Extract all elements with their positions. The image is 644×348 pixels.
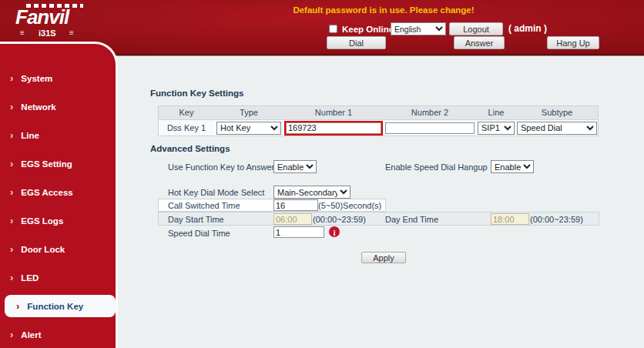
dss-key-label: Dss Key 1 xyxy=(159,120,214,136)
apply-button[interactable]: Apply xyxy=(361,252,406,263)
chevron-right-icon: › xyxy=(10,244,13,254)
sidebar-item-egs-setting[interactable]: › EGS Setting xyxy=(0,149,116,178)
advanced-settings-title: Advanced Settings xyxy=(150,144,230,153)
chevron-right-icon: › xyxy=(10,187,13,197)
table-row: Dss Key 1 Hot Key SIP1 Speed Dial xyxy=(159,120,598,136)
speed-dial-warning-icon: ¡ xyxy=(329,226,340,237)
sidebar-nav: › System › Network › Line › EGS Setting … xyxy=(0,42,118,348)
sidebar-item-label: Alert xyxy=(21,330,41,340)
sidebar-item-label: System xyxy=(21,74,52,83)
hot-key-dial-mode-label: Hot Key Dial Mode Select xyxy=(168,188,264,197)
sidebar-item-door-lock[interactable]: › Door Lock xyxy=(0,235,116,263)
keep-online-label: Keep Online xyxy=(342,25,394,34)
sidebar-item-egs-logs[interactable]: › EGS Logs xyxy=(0,206,116,235)
enable-speed-dial-hangup-label: Enable Speed Dial Hangup xyxy=(385,162,488,172)
sidebar-item-label: EGS Access xyxy=(21,188,72,197)
language-select[interactable]: English xyxy=(391,22,446,35)
column-header-number1: Number 1 xyxy=(283,106,384,119)
function-key-table-header: Key Type Number 1 Number 2 Line Subtype xyxy=(159,106,598,120)
sidebar-item-label: Line xyxy=(21,131,39,140)
hamburger-icon: ≡ xyxy=(20,28,25,37)
logo-brand-text: Fanvil xyxy=(15,5,69,29)
chevron-right-icon: › xyxy=(10,159,13,169)
call-switched-time-input[interactable] xyxy=(273,199,318,211)
logo-model-text: i31S xyxy=(39,28,56,38)
hot-key-dial-mode-select[interactable]: Main-Secondary xyxy=(273,186,351,199)
default-password-warning: Default password is in use. Please chang… xyxy=(123,5,644,15)
sidebar-item-line[interactable]: › Line xyxy=(0,121,116,149)
hang-up-button[interactable]: Hang Up xyxy=(547,36,599,49)
fanvil-web-ui: Fanvil ≡ i31S ≡ Default password is in u… xyxy=(0,0,644,348)
sidebar-item-label: LED xyxy=(21,273,39,283)
day-end-time-hint: (00:00~23:59) xyxy=(530,215,583,224)
sidebar-item-egs-access[interactable]: › EGS Access xyxy=(0,178,116,206)
sidebar-item-alert[interactable]: › Alert xyxy=(0,320,116,348)
call-switched-time-label: Call Switched Time xyxy=(168,201,240,210)
call-switched-time-hint: (5~50)Second(s) xyxy=(318,201,381,210)
sidebar-item-label: Function Key xyxy=(27,302,83,311)
day-start-time-hint: (00:00~23:59) xyxy=(313,215,366,224)
fanvil-logo: Fanvil ≡ i31S ≡ xyxy=(9,1,125,41)
chevron-right-icon: › xyxy=(16,301,19,311)
day-start-time-input xyxy=(273,213,312,225)
use-function-key-to-answer-label: Use Function Key to Answer xyxy=(168,162,274,172)
chevron-right-icon: › xyxy=(10,130,13,140)
subtype-select[interactable]: Speed Dial xyxy=(517,122,597,135)
chevron-right-icon: › xyxy=(10,73,13,83)
day-end-time-label: Day End Time xyxy=(385,215,438,224)
type-select[interactable]: Hot Key xyxy=(216,122,281,135)
dial-button[interactable]: Dial xyxy=(327,36,386,49)
day-end-time-input xyxy=(491,213,529,225)
column-header-key: Key xyxy=(159,106,214,119)
answer-button[interactable]: Answer xyxy=(454,36,505,49)
number2-input[interactable] xyxy=(385,122,475,134)
column-header-number2: Number 2 xyxy=(384,106,476,119)
speed-dial-time-input[interactable] xyxy=(273,226,324,238)
sidebar-item-label: Network xyxy=(21,102,55,112)
sidebar-item-label: Door Lock xyxy=(21,245,65,254)
column-header-type: Type xyxy=(214,106,283,119)
chevron-right-icon: › xyxy=(10,216,13,226)
logout-button[interactable]: Logout xyxy=(449,22,503,35)
keep-online-checkbox[interactable] xyxy=(329,25,337,33)
sidebar-item-led[interactable]: › LED xyxy=(0,263,116,292)
day-start-time-label: Day Start Time xyxy=(168,215,224,224)
sidebar-item-system[interactable]: › System xyxy=(0,64,116,92)
column-header-line: Line xyxy=(476,106,516,119)
chevron-right-icon: › xyxy=(10,330,13,340)
sidebar-item-label: EGS Logs xyxy=(21,216,63,226)
function-key-table: Key Type Number 1 Number 2 Line Subtype … xyxy=(158,105,599,136)
function-key-settings-title: Function Key Settings xyxy=(150,89,243,98)
logged-in-user-badge: ( admin ) xyxy=(508,23,547,34)
sidebar-item-network[interactable]: › Network xyxy=(0,92,116,121)
line-select[interactable]: SIP1 xyxy=(478,122,515,135)
enable-speed-dial-hangup-select[interactable]: Enable xyxy=(491,160,534,173)
speed-dial-time-label: Speed Dial Time xyxy=(168,229,230,238)
number1-input[interactable] xyxy=(286,122,381,134)
sidebar-item-function-key[interactable]: › Function Key xyxy=(5,295,116,317)
sidebar-item-label: EGS Setting xyxy=(21,159,72,169)
chevron-right-icon: › xyxy=(10,273,13,283)
use-function-key-to-answer-select[interactable]: Enable xyxy=(273,160,317,173)
hamburger-icon: ≡ xyxy=(69,28,74,37)
chevron-right-icon: › xyxy=(10,102,13,112)
column-header-subtype: Subtype xyxy=(516,106,598,119)
